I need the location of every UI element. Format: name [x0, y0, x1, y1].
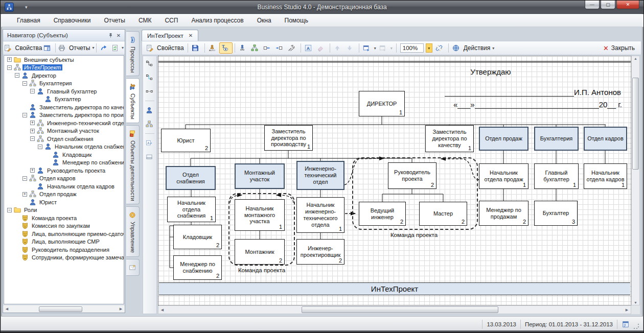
side-tab-subjects[interactable]: Субъекты — [126, 78, 140, 123]
tree-item-19[interactable]: Юрист — [4, 198, 124, 206]
text-block-button[interactable]: A — [303, 42, 315, 54]
org-node-storekeeper[interactable]: Кладовщик2 — [173, 225, 222, 249]
pin-icon[interactable] — [106, 31, 114, 39]
org-node-supply-dept[interactable]: Отдел снабжения — [166, 166, 216, 190]
org-structure-button[interactable] — [249, 42, 262, 54]
export-button[interactable]: ▾ — [378, 42, 394, 54]
shift-right-button[interactable] — [274, 42, 286, 54]
window-props-button[interactable] — [42, 42, 53, 54]
close-diagram-button[interactable]: ✕Закрыть — [603, 44, 639, 52]
tree-hscroll-thumb[interactable] — [39, 306, 82, 312]
menu-item-2[interactable]: Справочники — [47, 15, 98, 26]
tree-expander-icon[interactable]: − — [15, 73, 19, 78]
tree-expander-icon[interactable]: + — [30, 129, 35, 133]
tree-item-13[interactable]: Кладовщик — [4, 151, 124, 159]
org-node-supply-chief[interactable]: Начальник отдела снабжения1 — [167, 197, 216, 222]
org-node-sales-chief[interactable]: Начальник отдела продаж1 — [479, 163, 528, 189]
tree-item-12[interactable]: −Начальник отдела снабжения — [4, 143, 124, 151]
open-window-button[interactable]: ▾ — [361, 42, 378, 54]
show-titles-button[interactable]: T — [219, 42, 233, 54]
tree-item-1[interactable]: +Внешние субъекты — [4, 56, 124, 64]
scroll-left-icon[interactable]: ◀ — [3, 307, 11, 311]
menu-item-5[interactable]: ССП — [158, 15, 185, 26]
tree-item-10[interactable]: +Монтажный участок — [4, 127, 124, 135]
zoom-level-button[interactable]: 100%▾ — [399, 42, 434, 54]
org-node-chief-accountant[interactable]: Главный бухгалтер1 — [534, 163, 579, 189]
tree-item-21[interactable]: Команда проекта — [4, 214, 124, 222]
tree-expander-icon[interactable]: − — [7, 208, 12, 212]
menu-item-6[interactable]: Анализ процессов — [185, 15, 250, 26]
org-node-hr-dept[interactable]: Отдел кадров — [584, 127, 627, 151]
tree-item-8[interactable]: −Заместитель директора по производству — [4, 111, 124, 120]
properties-button[interactable]: Свойства — [4, 42, 42, 54]
scroll-left-icon[interactable]: ◀ — [158, 308, 166, 312]
zoom-value[interactable]: 100% — [400, 43, 424, 53]
org-node-design-engineer[interactable]: Инженер-проектировщик2 — [296, 239, 344, 265]
tree-item-9[interactable]: +Инженерно-технический отдел — [4, 119, 124, 127]
tree-item-18[interactable]: +Отдел продаж — [4, 191, 124, 199]
subordination-button[interactable] — [237, 42, 249, 54]
unlink-button[interactable] — [434, 42, 446, 54]
org-node-supply-manager[interactable]: Менеджер по снабжению2 — [173, 255, 222, 280]
tree-item-24[interactable]: Лица, выполняющие СМР — [4, 238, 124, 246]
tree-item-20[interactable]: −Роли — [4, 206, 124, 215]
close-button[interactable]: ✕ — [616, 1, 639, 9]
tree-expander-icon[interactable]: − — [22, 113, 27, 117]
canvas-vscroll-thumb[interactable] — [632, 78, 639, 170]
org-node-sales-dept[interactable]: Отдел продаж — [479, 127, 528, 151]
tree-item-26[interactable]: Сотрудники, формирующие замечания — [4, 254, 124, 262]
menu-item-1[interactable]: Главная — [10, 15, 47, 26]
org-node-accountant[interactable]: Бухгалтер3 — [534, 201, 578, 226]
connector-elbow-blue-icon[interactable] — [145, 73, 154, 82]
diagram-canvas[interactable]: Утверждаю И.П. Антонов «___» 20__ г. ИнТ… — [158, 56, 631, 305]
connector-elbow-icon[interactable] — [145, 59, 154, 68]
canvas-hscroll-thumb[interactable] — [302, 306, 498, 313]
tree-expander-icon[interactable]: − — [22, 81, 27, 86]
org-node-director[interactable]: ДИРЕКТОР1 — [359, 91, 405, 116]
org-node-montage-dept[interactable]: Монтажный участок — [235, 163, 285, 189]
side-tab-activity-objects[interactable]: Объекты деятельности — [126, 125, 140, 205]
properties-button[interactable]: Свойства — [144, 42, 186, 54]
org-node-accounting-dept[interactable]: Бухгалтерия — [534, 127, 579, 151]
org-node-engineering-dept[interactable]: Инженерно-технический отдел — [296, 161, 344, 190]
canvas-vscrollbar[interactable]: ▲ ▼ — [631, 56, 640, 305]
org-node-project-manager[interactable]: Руководитель проекта2 — [388, 162, 436, 189]
text-label-shape-icon[interactable]: A — [145, 138, 154, 148]
scroll-right-icon[interactable]: ▶ — [117, 307, 125, 311]
org-node-engineering-chief[interactable]: Начальник инженерно-технического отдела1 — [296, 197, 344, 233]
shift-left-button[interactable] — [262, 42, 274, 54]
scroll-down-icon[interactable]: ▼ — [632, 301, 639, 304]
side-tab-management[interactable]: Управление — [126, 206, 140, 256]
tree-expander-icon[interactable]: − — [22, 176, 27, 181]
actions-button[interactable]: Действия▾ — [451, 42, 496, 54]
go-forward-button[interactable] — [99, 42, 110, 54]
tree-hscrollbar[interactable]: ◀ ▶ — [3, 305, 125, 313]
menu-item-3[interactable]: Отчеты — [97, 15, 131, 26]
tree-item-14[interactable]: Менеджер по снабжению — [4, 159, 124, 167]
tree-item-6[interactable]: Бухгалтер — [4, 96, 124, 104]
menu-item-8[interactable]: Помощь — [278, 15, 315, 26]
scroll-up-icon[interactable]: ▲ — [632, 57, 639, 60]
tree-item-7[interactable]: Заместитель директора по качеству — [4, 103, 124, 111]
org-node-deputy-quality[interactable]: Заместитель директора по качеству1 — [425, 125, 474, 152]
side-tab-new-doc[interactable] — [126, 259, 140, 276]
tree-item-23[interactable]: Лица, выполняющие приемо-сдаточные — [4, 230, 124, 238]
org-node-sales-manager[interactable]: Менеджер по продажам2 — [479, 201, 528, 226]
tree-item-5[interactable]: −Главный бухгалтер — [4, 87, 124, 96]
move-down-button[interactable] — [344, 42, 357, 54]
panel-close-icon[interactable]: ✕ — [114, 31, 123, 39]
org-unit-shape-icon[interactable] — [145, 120, 154, 129]
tree-expander-icon[interactable]: − — [38, 145, 42, 149]
tree-expander-icon[interactable]: + — [30, 121, 35, 125]
person-shape-icon[interactable] — [145, 106, 154, 115]
minimize-button[interactable]: — — [585, 1, 600, 9]
zoom-dropdown-icon[interactable]: ▾ — [426, 43, 432, 53]
tree-expander-icon[interactable]: + — [7, 57, 12, 62]
move-up-button[interactable] — [332, 42, 344, 54]
canvas-hscrollbar[interactable]: ◀ ▶ — [158, 305, 631, 314]
menu-item-4[interactable]: СМК — [132, 15, 158, 26]
org-node-deputy-production[interactable]: Заместитель директора по производству1 — [264, 125, 313, 151]
tree-item-16[interactable]: −Отдел кадров — [4, 175, 124, 183]
tree-item-2[interactable]: −ИнТехПроект — [4, 64, 124, 72]
tree-item-4[interactable]: −Бухгалтерия — [4, 80, 124, 88]
